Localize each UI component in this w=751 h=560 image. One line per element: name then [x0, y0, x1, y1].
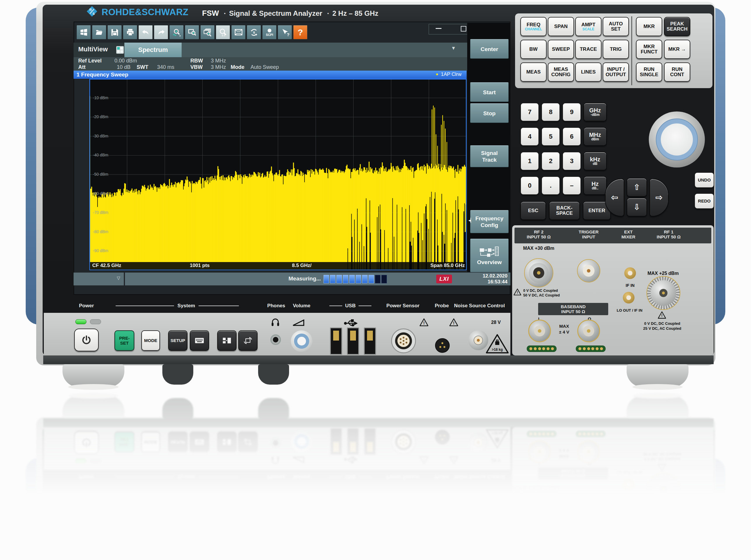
peak-search-key[interactable]: PEAK SEARCH: [664, 17, 690, 36]
softkey-center[interactable]: Center: [470, 39, 509, 59]
trace-key[interactable]: TRACE: [575, 40, 601, 59]
right-foot-pad: [633, 384, 683, 390]
power-button[interactable]: [74, 328, 99, 351]
status-dropdown-icon[interactable]: ▽: [117, 276, 120, 281]
multiple-zoom-icon[interactable]: [200, 25, 215, 39]
tab-multiview[interactable]: MultiView: [78, 45, 108, 53]
display-frame-icon[interactable]: [231, 25, 246, 39]
undo-key[interactable]: UNDO: [694, 172, 714, 188]
progress-segment: [375, 275, 381, 283]
zoom-selection-icon[interactable]: [185, 25, 199, 39]
mkr-funct-key[interactable]: MKR FUNCT: [636, 40, 662, 59]
softkey-overview[interactable]: Overview: [470, 239, 509, 272]
maximize-icon[interactable]: [461, 26, 466, 32]
rbw-value[interactable]: 3 MHz: [211, 58, 226, 64]
ref-level-value[interactable]: 0.00 dBm: [114, 58, 137, 64]
redo-icon[interactable]: [154, 25, 168, 39]
scpi-recorder-icon[interactable]: s: [247, 25, 261, 39]
mode-value[interactable]: Auto Sweep: [251, 64, 279, 70]
key-2[interactable]: 2: [541, 152, 560, 171]
open-file-icon[interactable]: [92, 25, 106, 39]
per-division[interactable]: 8.5 GHz/: [292, 263, 311, 268]
split-screen-icon: [222, 337, 232, 344]
arrow-down-key[interactable]: ⇩: [627, 198, 647, 217]
meas-config-key[interactable]: MEAS CONFIG: [548, 62, 574, 82]
help-icon[interactable]: ?: [293, 25, 307, 39]
key-9[interactable]: 9: [562, 103, 581, 121]
auto-set-key[interactable]: AUTO SET: [603, 17, 629, 36]
key-6[interactable]: 6: [562, 127, 581, 146]
span-key[interactable]: SPAN: [548, 17, 574, 36]
lines-key[interactable]: LINES: [575, 62, 601, 82]
softkey-stop[interactable]: Stop: [470, 103, 509, 123]
key-4[interactable]: 4: [520, 127, 539, 146]
i-input-pin: [538, 329, 541, 333]
spectrum-trace-chart[interactable]: [89, 79, 467, 270]
key-dot[interactable]: .: [541, 176, 560, 195]
input-output-key[interactable]: INPUT / OUTPUT: [603, 62, 629, 82]
redo-key[interactable]: REDO: [694, 193, 714, 209]
softkey-frequency-config[interactable]: Frequency Config: [470, 210, 509, 233]
mode-key[interactable]: MODE: [141, 330, 160, 351]
print-icon[interactable]: [123, 25, 137, 39]
center-foot-left: [162, 364, 193, 385]
tab-dropdown-icon[interactable]: ▾: [452, 44, 455, 52]
ampt-key[interactable]: AMPTSCALE: [575, 17, 601, 36]
run-single-key[interactable]: RUN SINGLE: [636, 62, 662, 82]
save-icon[interactable]: [108, 25, 122, 39]
power-sensor-section-label: Power Sensor: [383, 303, 423, 309]
softkey-start[interactable]: Start: [470, 82, 509, 102]
zoom-1-1-icon[interactable]: 1:1: [216, 25, 230, 39]
zoom-trace-icon[interactable]: [169, 25, 184, 39]
rf1-max-level: MAX +25 dBm: [641, 271, 685, 276]
volume-section-label: Volume: [290, 303, 314, 309]
key-1[interactable]: 1: [520, 152, 539, 171]
rf2-max-level: MAX +30 dBm: [517, 246, 561, 251]
key-minus[interactable]: –: [562, 176, 581, 195]
remote-scpi-icon[interactable]: SCPI: [262, 25, 276, 39]
context-help-icon[interactable]: ?: [278, 25, 292, 39]
att-value[interactable]: 10 dB: [117, 64, 131, 70]
meas-key[interactable]: MEAS: [520, 62, 546, 82]
ref-level-label: Ref Level: [78, 58, 102, 64]
swt-value[interactable]: 340 ms: [157, 64, 174, 70]
backspace-key[interactable]: BACK- SPACE: [549, 201, 580, 220]
esc-key[interactable]: ESC: [520, 201, 546, 220]
hz-key[interactable]: HzdB..: [583, 176, 607, 195]
key-0[interactable]: 0: [520, 176, 539, 195]
onscreen-keyboard-key[interactable]: [190, 330, 209, 351]
center-frequency[interactable]: CF 42.5 GHz: [92, 263, 121, 268]
key-3[interactable]: 3: [562, 152, 581, 171]
key-7[interactable]: 7: [520, 103, 539, 121]
softkey-signal-track[interactable]: Signal Track: [470, 145, 509, 167]
status-bar-left[interactable]: [74, 273, 124, 285]
mhz-key[interactable]: MHzdBm: [583, 127, 607, 146]
ghz-key[interactable]: GHz-dBm: [583, 103, 607, 121]
sweep-points[interactable]: 1001 pts: [190, 263, 210, 268]
multiview-grid-icon[interactable]: [116, 46, 124, 54]
freq-key[interactable]: FREQCHANNEL: [520, 17, 546, 36]
bw-key[interactable]: BW: [520, 40, 546, 59]
tab-spectrum[interactable]: Spectrum: [124, 43, 181, 57]
svg-text:S: S: [93, 12, 95, 16]
mkr-to-key[interactable]: MKR →: [664, 40, 690, 59]
window-title-bar[interactable]: [74, 71, 467, 79]
key-8[interactable]: 8: [541, 103, 560, 121]
run-cont-key[interactable]: RUN CONT: [664, 62, 690, 82]
right-foot: [627, 364, 689, 387]
display-rotate-key[interactable]: [238, 330, 257, 351]
key-5[interactable]: 5: [541, 127, 560, 146]
khz-key[interactable]: kHzdB: [583, 152, 607, 171]
vbw-value[interactable]: 3 MHz: [211, 64, 226, 70]
trig-key[interactable]: TRIG: [603, 40, 629, 59]
span-value[interactable]: Span 85.0 GHz: [409, 263, 465, 268]
preset-key[interactable]: PRE- SET: [114, 330, 134, 351]
mkr-key[interactable]: MKR: [636, 17, 662, 36]
display-split-key[interactable]: [217, 330, 236, 351]
setup-key[interactable]: SETUP: [168, 330, 188, 351]
sweep-key[interactable]: SWEEP: [548, 40, 574, 59]
minimize-icon[interactable]: [436, 28, 442, 29]
windows-icon[interactable]: [77, 25, 91, 39]
undo-icon[interactable]: [138, 25, 153, 39]
arrow-up-key[interactable]: ⇧: [627, 178, 647, 197]
